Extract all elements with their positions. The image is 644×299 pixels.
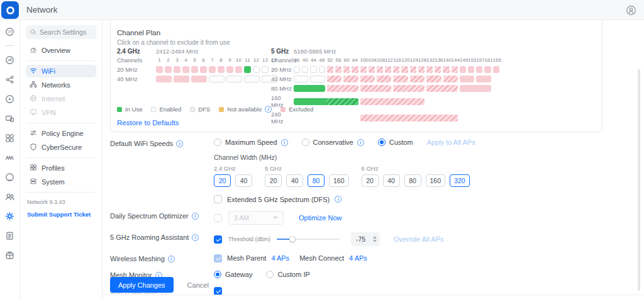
channel-block-dfs_excluded[interactable] bbox=[385, 66, 391, 73]
info-icon[interactable]: i bbox=[335, 196, 341, 203]
channel-block-excluded[interactable] bbox=[200, 66, 207, 73]
channel-block-dfs_excluded[interactable] bbox=[327, 85, 358, 92]
stepper-up-icon[interactable] bbox=[373, 236, 377, 239]
channel-block-enabled[interactable] bbox=[244, 76, 260, 82]
width-button-40[interactable]: 40 bbox=[286, 174, 303, 187]
unifi-logo[interactable] bbox=[1, 1, 19, 19]
wifi-speed-option-conservative[interactable]: Conservativei bbox=[302, 138, 364, 146]
channel-block-dfs_excluded[interactable] bbox=[360, 115, 458, 121]
vertical-scrollbar[interactable] bbox=[638, 69, 640, 291]
channel-block-excluded[interactable] bbox=[493, 66, 499, 73]
channel-block-dfs_excluded[interactable] bbox=[426, 76, 441, 82]
channel-block-excluded[interactable] bbox=[476, 66, 482, 73]
optimizer-time-select[interactable]: 3 AM bbox=[228, 211, 284, 225]
channel-block-enabled[interactable] bbox=[310, 66, 316, 73]
info-icon[interactable]: i bbox=[168, 256, 175, 262]
channel-block-excluded[interactable] bbox=[156, 66, 163, 73]
channel-block-enabled[interactable] bbox=[226, 76, 242, 82]
radio-selected[interactable] bbox=[378, 138, 386, 146]
channel-block-dfs_excluded[interactable] bbox=[335, 66, 341, 73]
width-button-80-selected[interactable]: 80 bbox=[308, 174, 325, 187]
channel-block-excluded[interactable] bbox=[460, 66, 466, 73]
channel-block-excluded[interactable] bbox=[191, 76, 207, 82]
sidebar-item-cybersecure[interactable]: CyberSecure bbox=[26, 141, 96, 154]
sidebar-item-overview[interactable]: Overview bbox=[26, 44, 96, 57]
channel-block-excluded[interactable] bbox=[174, 66, 180, 73]
wifi-speed-option-maximum-speed[interactable]: Maximum Speedi bbox=[214, 138, 288, 146]
roaming-assistant-checkbox[interactable] bbox=[214, 235, 222, 244]
mesh-monitor-option-gateway[interactable]: Gateway bbox=[214, 271, 252, 278]
sidebar-item-system[interactable]: System bbox=[26, 176, 96, 188]
submit-support-ticket-link[interactable]: Submit Support Ticket bbox=[27, 211, 95, 218]
optimize-now-link[interactable]: Optimize Now bbox=[299, 214, 341, 222]
toolbox-icon[interactable] bbox=[3, 247, 18, 262]
channel-block-excluded[interactable] bbox=[460, 76, 474, 82]
sidebar-item-vpn[interactable]: VPN bbox=[26, 106, 96, 119]
width-button-40[interactable]: 40 bbox=[383, 174, 400, 187]
channel-block-dfs_excluded[interactable] bbox=[410, 76, 425, 82]
threshold-input[interactable]: -75 bbox=[351, 232, 380, 246]
channel-block-excluded[interactable] bbox=[156, 76, 172, 82]
channel-block-excluded[interactable] bbox=[235, 66, 242, 73]
info-icon[interactable]: i bbox=[176, 140, 183, 147]
rooms-icon[interactable] bbox=[3, 130, 18, 145]
channel-block-dfs_excluded[interactable] bbox=[352, 66, 358, 73]
width-button-160[interactable]: 160 bbox=[329, 174, 349, 187]
info-icon[interactable]: i bbox=[357, 139, 364, 146]
channel-block-enabled[interactable] bbox=[302, 66, 308, 73]
sidebar-item-internet[interactable]: Internet bbox=[26, 93, 96, 105]
insights-icon[interactable] bbox=[3, 169, 18, 184]
channel-block-enabled[interactable] bbox=[262, 66, 269, 73]
channel-block-excluded[interactable] bbox=[476, 76, 491, 82]
sidebar-item-wifi[interactable]: WiFi bbox=[26, 65, 96, 77]
channel-block-enabled[interactable] bbox=[253, 66, 260, 73]
radio-selected[interactable] bbox=[214, 271, 221, 278]
slider-thumb[interactable] bbox=[289, 236, 296, 242]
width-button-40[interactable]: 40 bbox=[235, 174, 252, 187]
width-button-20-selected[interactable]: 20 bbox=[214, 174, 231, 187]
channel-block-dfs_excluded[interactable] bbox=[377, 76, 391, 82]
channel-block-dfs_excluded[interactable] bbox=[435, 66, 441, 73]
radio-unselected[interactable] bbox=[266, 271, 274, 278]
stepper-down-icon[interactable] bbox=[373, 240, 377, 242]
width-button-320-selected[interactable]: 320 bbox=[450, 174, 470, 187]
channel-block-enabled[interactable] bbox=[294, 76, 308, 82]
channel-block-excluded[interactable] bbox=[182, 66, 189, 73]
topology-icon[interactable] bbox=[3, 72, 18, 87]
channel-block-dfs_excluded[interactable] bbox=[369, 66, 375, 73]
channel-block-enabled[interactable] bbox=[209, 76, 225, 82]
users-icon[interactable] bbox=[3, 189, 18, 204]
channel-block-dfs_excluded[interactable] bbox=[410, 66, 416, 73]
wifiman-icon[interactable]: 1W bbox=[3, 24, 18, 39]
channel-block-excluded[interactable] bbox=[191, 66, 198, 73]
width-button-160[interactable]: 160 bbox=[426, 174, 446, 187]
channel-block-dfs_excluded[interactable] bbox=[401, 66, 408, 73]
wifi-speed-option-custom[interactable]: Custom bbox=[378, 138, 413, 146]
channel-block-excluded[interactable] bbox=[165, 66, 172, 73]
channel-block-excluded[interactable] bbox=[484, 66, 491, 73]
sidebar-item-networks[interactable]: Networks bbox=[26, 79, 96, 91]
width-button-80[interactable]: 80 bbox=[404, 174, 421, 187]
channel-block-dfs_excluded[interactable] bbox=[360, 76, 375, 82]
threshold-slider[interactable] bbox=[277, 235, 340, 243]
extended-dfs-checkbox[interactable] bbox=[214, 195, 222, 203]
channel-block-dfs_excluded[interactable] bbox=[393, 66, 399, 73]
channel-block-inuse[interactable] bbox=[244, 66, 251, 73]
channel-block-inuse_dfs[interactable] bbox=[294, 98, 358, 105]
channel-block-dfs_excluded[interactable] bbox=[343, 66, 350, 73]
channel-block-dfs_excluded[interactable] bbox=[343, 76, 358, 82]
channel-block-enabled[interactable] bbox=[319, 66, 325, 73]
info-icon[interactable]: i bbox=[192, 213, 199, 220]
daily-optimizer-checkbox[interactable] bbox=[214, 214, 222, 222]
apply-changes-button[interactable]: Apply Changes bbox=[110, 277, 174, 293]
channel-block-dfs_excluded[interactable] bbox=[393, 76, 408, 82]
account-icon[interactable] bbox=[626, 5, 636, 16]
channel-block-dfs_excluded[interactable] bbox=[360, 98, 425, 105]
width-button-20[interactable]: 20 bbox=[265, 174, 282, 187]
radio-unselected[interactable] bbox=[302, 138, 309, 146]
mesh-monitor-option-custom-ip[interactable]: Custom IP bbox=[266, 271, 309, 278]
info-icon[interactable]: i bbox=[192, 234, 199, 241]
settings-gear-icon[interactable] bbox=[3, 208, 18, 223]
channel-block-dfs_excluded[interactable] bbox=[443, 76, 458, 82]
channel-block-dfs_excluded[interactable] bbox=[426, 85, 458, 92]
